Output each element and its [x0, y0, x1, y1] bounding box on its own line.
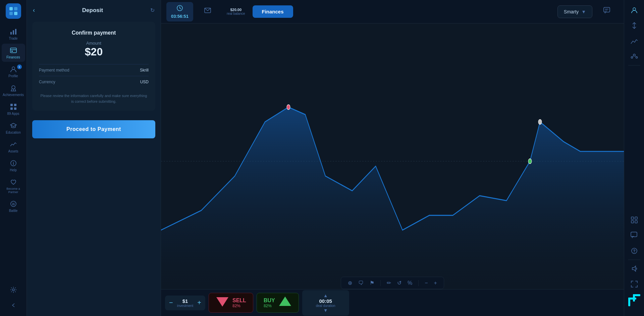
right-sidebar-social-button[interactable] — [628, 50, 641, 63]
svg-point-11 — [12, 86, 15, 89]
svg-rect-48 — [628, 298, 636, 300]
duration-down-button[interactable]: ▼ — [323, 308, 328, 313]
svg-point-28 — [538, 120, 542, 125]
sidebar-item-partner[interactable]: Become aPartner — [2, 175, 25, 196]
proceed-to-payment-button[interactable]: Proceed to Payment — [32, 120, 155, 138]
chart-toolbar: ⊕ 🗨 ⚑ ✏ ↺ % − + — [341, 277, 444, 289]
toolbar-separator-2 — [418, 280, 419, 286]
svg-point-20 — [12, 289, 14, 291]
currency-label: Currency — [39, 80, 55, 84]
pencil-icon[interactable]: ✏ — [387, 280, 391, 286]
svg-point-32 — [633, 8, 636, 10]
profile-badge: 3 — [17, 64, 22, 69]
balance-sub: real balance — [227, 12, 245, 15]
chat-icon — [603, 7, 610, 15]
investment-minus-button[interactable]: − — [169, 299, 173, 307]
bottom-bar: − $1 investment + SELL 82% BUY 82% — [161, 289, 624, 316]
svg-marker-31 — [279, 297, 291, 306]
top-bar: 03:56:51 $20.00 real balance Finances Sm… — [161, 0, 624, 24]
right-sidebar-deals-button[interactable] — [628, 19, 641, 32]
envelope-icon — [204, 8, 211, 15]
duration-up-button[interactable]: ▲ — [323, 293, 328, 298]
sidebar-item-collapse[interactable] — [2, 299, 25, 312]
deposit-back-button[interactable]: ‹ — [33, 7, 35, 14]
sidebar-item-assets[interactable]: Assets — [2, 138, 25, 156]
investment-value: $1 — [182, 298, 188, 304]
left-sidebar: Trade Finances 3 Profile — [0, 0, 27, 316]
deposit-header: ‹ Deposit ↻ — [27, 0, 161, 18]
buy-button[interactable]: BUY 82% — [257, 293, 299, 313]
right-sidebar-separator — [628, 65, 640, 65]
svg-point-29 — [528, 159, 532, 164]
percent-icon[interactable]: % — [408, 280, 412, 286]
sidebar-item-education[interactable]: Education — [2, 119, 25, 137]
crosshair-icon[interactable]: ⊕ — [348, 280, 352, 286]
sell-label: SELL — [232, 298, 246, 304]
right-sidebar-trends-button[interactable] — [628, 34, 641, 48]
sidebar-item-apps[interactable]: 89 Apps — [2, 100, 25, 118]
help-label: Help — [10, 168, 17, 172]
toolbar-separator — [380, 280, 381, 286]
finances-button[interactable]: Finances — [253, 5, 293, 18]
right-sidebar-volume-button[interactable] — [628, 262, 641, 275]
partner-label: Become aPartner — [6, 187, 20, 194]
svg-text:i: i — [13, 161, 14, 166]
sidebar-item-trade[interactable]: Trade — [2, 25, 25, 43]
sell-down-icon — [216, 297, 229, 309]
chat-button[interactable] — [595, 4, 619, 19]
sidebar-item-achievements[interactable]: Achievements — [2, 81, 25, 99]
plus-icon[interactable]: + — [434, 280, 437, 286]
deposit-refresh-button[interactable]: ↻ — [150, 7, 155, 13]
svg-text:?: ? — [633, 249, 635, 254]
balance-button[interactable]: $20.00 real balance — [222, 5, 250, 18]
clock-icon — [176, 5, 183, 13]
minus-icon[interactable]: − — [425, 280, 428, 286]
svg-rect-39 — [631, 217, 634, 219]
achievements-icon — [9, 84, 17, 92]
svg-rect-41 — [631, 221, 634, 223]
timer-button[interactable]: 03:56:51 — [166, 2, 193, 21]
investment-info: $1 investment — [174, 298, 196, 308]
svg-rect-6 — [15, 29, 16, 35]
payment-method-label: Payment method — [39, 68, 69, 73]
right-sidebar-chat-button[interactable] — [628, 229, 641, 242]
sell-pct: 82% — [232, 304, 246, 308]
svg-rect-2 — [9, 12, 13, 15]
assets-label: Assets — [8, 149, 18, 153]
svg-line-38 — [635, 56, 636, 57]
svg-rect-42 — [635, 221, 637, 223]
svg-point-35 — [631, 57, 633, 58]
sidebar-item-help[interactable]: i Help — [2, 156, 25, 175]
profile-label: Profile — [8, 74, 18, 78]
trade-label: Trade — [9, 37, 18, 40]
refresh-icon[interactable]: ↺ — [397, 280, 401, 286]
sidebar-item-profile[interactable]: 3 Profile — [2, 62, 25, 81]
main-area: 03:56:51 $20.00 real balance Finances Sm… — [161, 0, 624, 316]
right-sidebar-user-button[interactable] — [628, 3, 641, 17]
logo[interactable] — [6, 3, 21, 19]
sidebar-item-finances[interactable]: Finances — [2, 44, 25, 62]
svg-point-19 — [11, 201, 16, 207]
timer-value: 03:56:51 — [171, 14, 189, 19]
amount-value: $20 — [39, 46, 149, 58]
sidebar-item-settings[interactable] — [2, 283, 25, 297]
brand-logo — [627, 293, 642, 309]
sidebar-item-battle[interactable]: Battle — [2, 197, 25, 215]
smarty-button[interactable]: Smarty ▼ — [557, 5, 592, 18]
right-sidebar-help-button[interactable]: ? — [628, 244, 641, 258]
envelope-button[interactable] — [196, 5, 219, 18]
buy-info: BUY 82% — [264, 298, 275, 308]
education-label: Education — [6, 131, 20, 134]
svg-rect-13 — [10, 104, 13, 106]
comment-icon[interactable]: 🗨 — [358, 280, 364, 286]
battle-label: Battle — [9, 209, 18, 213]
svg-point-36 — [636, 57, 637, 58]
svg-rect-5 — [13, 30, 14, 35]
sell-button[interactable]: SELL 82% — [209, 293, 253, 313]
right-sidebar-fullscreen-button[interactable] — [628, 277, 641, 291]
svg-point-27 — [287, 105, 290, 110]
flag-icon[interactable]: ⚑ — [370, 280, 374, 286]
right-sidebar-layout-button[interactable] — [628, 213, 641, 227]
investment-plus-button[interactable]: + — [197, 299, 201, 307]
svg-rect-16 — [14, 107, 16, 110]
